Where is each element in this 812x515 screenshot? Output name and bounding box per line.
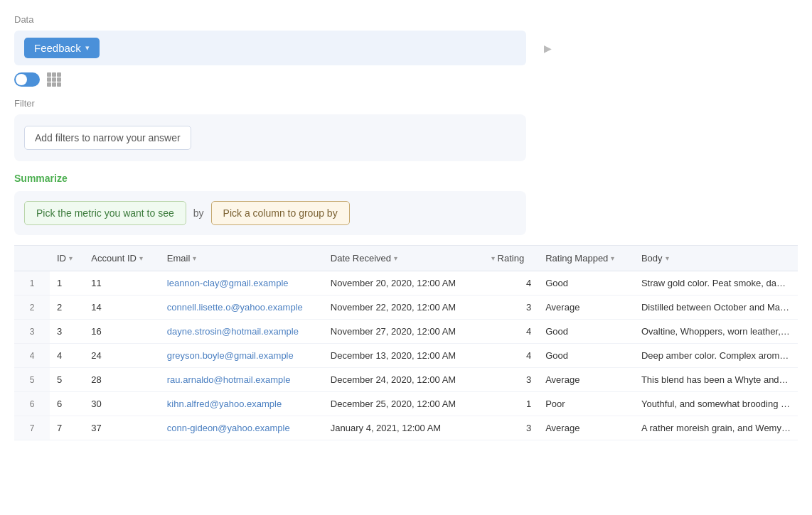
feedback-chevron-icon: ▾ xyxy=(85,43,90,53)
row-num-cell: 7 xyxy=(14,416,50,440)
filter-section: Filter Add filters to narrow your answer xyxy=(14,98,798,161)
cell-email: conn-gideon@yahoo.example xyxy=(160,416,324,440)
col-id-chevron-icon: ▾ xyxy=(69,254,73,262)
filter-box: Add filters to narrow your answer xyxy=(14,114,526,161)
group-by-button[interactable]: Pick a column to group by xyxy=(211,201,350,225)
table-row[interactable]: 3316dayne.strosin@hotmail.exampleNovembe… xyxy=(14,320,798,344)
row-num-cell: 6 xyxy=(14,392,50,416)
cell-rating: 4 xyxy=(484,271,539,296)
cell-account_id: 14 xyxy=(84,296,159,320)
row-num-cell: 5 xyxy=(14,368,50,392)
cell-rating: 3 xyxy=(484,296,539,320)
page-container: Data Feedback ▾ ▶ Filter Add filters to … xyxy=(0,0,812,515)
cell-id: 3 xyxy=(50,320,84,344)
col-rating-mapped-chevron-icon: ▾ xyxy=(611,254,614,262)
col-header-account-id[interactable]: Account ID ▾ xyxy=(84,246,159,271)
col-body-label: Body xyxy=(641,253,663,264)
filter-label: Filter xyxy=(14,98,798,109)
filter-input[interactable]: Add filters to narrow your answer xyxy=(24,126,191,150)
cell-email: kihn.alfred@yahoo.example xyxy=(160,392,324,416)
cell-email: greyson.boyle@gmail.example xyxy=(160,344,324,368)
row-num-cell: 3 xyxy=(14,320,50,344)
summarize-row: Pick the metric you want to see by Pick … xyxy=(14,191,526,235)
cell-date_received: December 24, 2020, 12:00 AM xyxy=(324,368,484,392)
col-header-row-num xyxy=(14,246,50,271)
cell-account_id: 24 xyxy=(84,344,159,368)
col-header-rating-mapped[interactable]: Rating Mapped ▾ xyxy=(538,246,634,271)
table-section: ID ▾ Account ID ▾ Email ▾ xyxy=(14,245,798,440)
cell-rating: 4 xyxy=(484,344,539,368)
toggle-switch[interactable] xyxy=(14,72,40,87)
by-label: by xyxy=(193,207,204,219)
cell-date_received: December 13, 2020, 12:00 AM xyxy=(324,344,484,368)
col-id-label: ID xyxy=(57,253,66,264)
cell-rating_mapped: Good xyxy=(538,271,634,296)
cell-body: Ovaltine, Whoppers, worn leather, antiqu… xyxy=(634,320,798,344)
table-row[interactable]: 1111leannon-clay@gmail.exampleNovember 2… xyxy=(14,271,798,296)
col-email-label: Email xyxy=(167,253,191,264)
col-body-chevron-icon: ▾ xyxy=(666,254,669,262)
cell-email: connell.lisette.o@yahoo.example xyxy=(160,296,324,320)
col-rating-mapped-label: Rating Mapped xyxy=(545,253,608,264)
row-num-cell: 4 xyxy=(14,344,50,368)
metric-button[interactable]: Pick the metric you want to see xyxy=(24,201,186,225)
summarize-label: Summarize xyxy=(14,173,798,184)
group-by-label: Pick a column to group by xyxy=(223,207,338,219)
cell-rating_mapped: Average xyxy=(538,368,634,392)
table-row[interactable]: 5528rau.arnaldo@hotmail.exampleDecember … xyxy=(14,368,798,392)
cell-account_id: 16 xyxy=(84,320,159,344)
col-header-id[interactable]: ID ▾ xyxy=(50,246,84,271)
col-header-email[interactable]: Email ▾ xyxy=(160,246,324,271)
cell-id: 1 xyxy=(50,271,84,296)
cell-id: 2 xyxy=(50,296,84,320)
col-account-id-label: Account ID xyxy=(91,253,137,264)
col-header-date-received[interactable]: Date Received ▾ xyxy=(324,246,484,271)
cell-id: 7 xyxy=(50,416,84,440)
cell-rating_mapped: Average xyxy=(538,296,634,320)
icon-row xyxy=(14,72,798,87)
metric-label: Pick the metric you want to see xyxy=(36,207,174,219)
cell-email: leannon-clay@gmail.example xyxy=(160,271,324,296)
col-account-id-chevron-icon: ▾ xyxy=(139,254,143,262)
row-num-cell: 2 xyxy=(14,296,50,320)
cell-body: Straw gold color. Peat smoke, damp earth… xyxy=(634,271,798,296)
cell-body: This blend has been a Whyte and MacKay p… xyxy=(634,368,798,392)
cell-date_received: November 27, 2020, 12:00 AM xyxy=(324,320,484,344)
feedback-label: Feedback xyxy=(34,42,81,54)
cell-body: A rather moreish grain, and Wemyss certa… xyxy=(634,416,798,440)
grid-icon[interactable] xyxy=(47,72,61,87)
cell-account_id: 30 xyxy=(84,392,159,416)
cell-date_received: January 4, 2021, 12:00 AM xyxy=(324,416,484,440)
table-row[interactable]: 7737conn-gideon@yahoo.exampleJanuary 4, … xyxy=(14,416,798,440)
cell-account_id: 37 xyxy=(84,416,159,440)
table-row[interactable]: 2214connell.lisette.o@yahoo.exampleNovem… xyxy=(14,296,798,320)
cell-body: Deep amber color. Complex aromas of lush… xyxy=(634,344,798,368)
data-label: Data xyxy=(14,14,798,25)
cell-body: Distilled between October and March, mat… xyxy=(634,296,798,320)
feedback-bar: Feedback ▾ ▶ xyxy=(14,31,526,65)
col-date-label: Date Received xyxy=(331,253,391,264)
feedback-button[interactable]: Feedback ▾ xyxy=(24,38,100,58)
table-row[interactable]: 4424greyson.boyle@gmail.exampleDecember … xyxy=(14,344,798,368)
cell-date_received: November 20, 2020, 12:00 AM xyxy=(324,271,484,296)
table-row[interactable]: 6630kihn.alfred@yahoo.exampleDecember 25… xyxy=(14,392,798,416)
col-date-chevron-icon: ▾ xyxy=(394,254,397,262)
cell-id: 5 xyxy=(50,368,84,392)
col-header-body[interactable]: Body ▾ xyxy=(634,246,798,271)
cell-rating_mapped: Good xyxy=(538,320,634,344)
filter-placeholder: Add filters to narrow your answer xyxy=(35,132,181,143)
col-email-chevron-icon: ▾ xyxy=(193,254,196,262)
cell-rating_mapped: Poor xyxy=(538,392,634,416)
col-header-rating[interactable]: ▾ Rating xyxy=(484,246,539,271)
cell-id: 4 xyxy=(50,344,84,368)
cell-date_received: November 22, 2020, 12:00 AM xyxy=(324,296,484,320)
table-header-row: ID ▾ Account ID ▾ Email ▾ xyxy=(14,246,798,271)
cell-date_received: December 25, 2020, 12:00 AM xyxy=(324,392,484,416)
col-rating-label: Rating xyxy=(498,253,525,264)
cell-body: Youthful, and somewhat brooding for a To… xyxy=(634,392,798,416)
play-icon[interactable]: ▶ xyxy=(544,43,552,54)
cell-rating: 3 xyxy=(484,416,539,440)
cell-id: 6 xyxy=(50,392,84,416)
cell-rating_mapped: Good xyxy=(538,344,634,368)
cell-rating: 1 xyxy=(484,392,539,416)
